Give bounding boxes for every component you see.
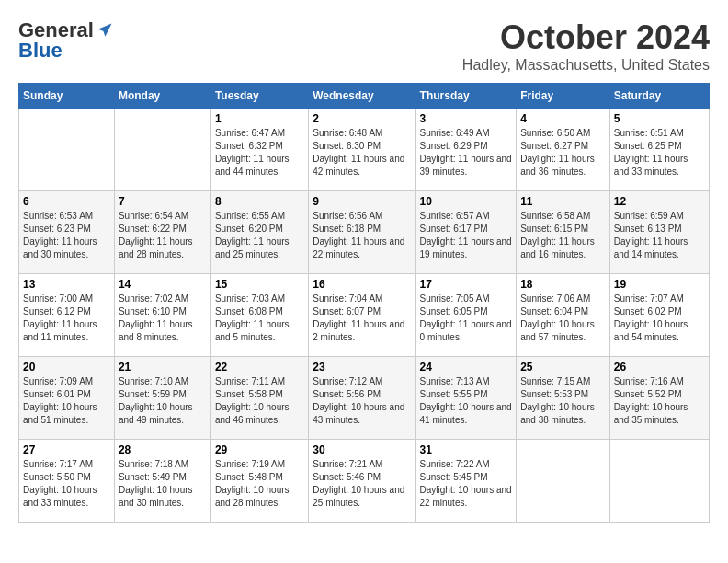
daylight-text: Daylight: 10 hours and 25 minutes.	[313, 484, 411, 510]
day-cell: 29Sunrise: 7:19 AMSunset: 5:48 PMDayligh…	[210, 440, 308, 523]
daylight-text: Daylight: 10 hours and 49 minutes.	[119, 401, 207, 427]
day-cell: 15Sunrise: 7:03 AMSunset: 6:08 PMDayligh…	[210, 274, 308, 357]
day-number: 14	[119, 278, 207, 291]
sunrise-text: Sunrise: 7:21 AM	[313, 458, 411, 471]
sunrise-text: Sunrise: 7:12 AM	[313, 375, 411, 388]
day-detail: Sunrise: 7:21 AMSunset: 5:46 PMDaylight:…	[313, 458, 411, 510]
day-cell: 14Sunrise: 7:02 AMSunset: 6:10 PMDayligh…	[114, 274, 210, 357]
day-cell	[114, 109, 210, 191]
day-cell: 2Sunrise: 6:48 AMSunset: 6:30 PMDaylight…	[309, 109, 415, 191]
day-detail: Sunrise: 7:03 AMSunset: 6:08 PMDaylight:…	[215, 293, 304, 344]
day-cell: 5Sunrise: 6:51 AMSunset: 6:25 PMDaylight…	[609, 109, 709, 191]
day-cell: 6Sunrise: 6:53 AMSunset: 6:23 PMDaylight…	[19, 191, 115, 274]
location-title: Hadley, Massachusetts, United States	[462, 57, 710, 74]
sunrise-text: Sunrise: 6:54 AM	[119, 210, 207, 223]
day-cell: 20Sunrise: 7:09 AMSunset: 6:01 PMDayligh…	[19, 357, 115, 440]
day-number: 23	[313, 361, 411, 373]
daylight-text: Daylight: 11 hours and 5 minutes.	[215, 318, 304, 344]
sunrise-text: Sunrise: 7:09 AM	[23, 375, 110, 388]
sunrise-text: Sunrise: 7:04 AM	[313, 293, 411, 305]
day-cell: 31Sunrise: 7:22 AMSunset: 5:45 PMDayligh…	[415, 440, 517, 523]
sunset-text: Sunset: 6:27 PM	[520, 140, 606, 153]
sunset-text: Sunset: 6:12 PM	[23, 305, 110, 318]
sunset-text: Sunset: 6:02 PM	[614, 305, 705, 318]
sunset-text: Sunset: 6:15 PM	[520, 223, 606, 236]
sunrise-text: Sunrise: 7:00 AM	[23, 293, 110, 305]
day-number: 9	[313, 195, 411, 208]
sunset-text: Sunset: 6:05 PM	[420, 305, 513, 318]
day-cell	[19, 109, 115, 191]
weekday-header-tuesday: Tuesday	[210, 84, 308, 109]
sunrise-text: Sunrise: 7:10 AM	[119, 375, 207, 388]
sunset-text: Sunset: 6:18 PM	[313, 223, 411, 236]
calendar-table: SundayMondayTuesdayWednesdayThursdayFrid…	[18, 83, 710, 523]
daylight-text: Daylight: 11 hours and 0 minutes.	[420, 318, 513, 344]
day-number: 17	[420, 278, 513, 291]
sunrise-text: Sunrise: 7:11 AM	[215, 375, 304, 388]
day-cell: 22Sunrise: 7:11 AMSunset: 5:58 PMDayligh…	[210, 357, 308, 440]
sunset-text: Sunset: 6:32 PM	[215, 140, 304, 153]
sunset-text: Sunset: 6:13 PM	[614, 223, 705, 236]
day-detail: Sunrise: 7:17 AMSunset: 5:50 PMDaylight:…	[23, 458, 110, 510]
day-number: 15	[215, 278, 304, 291]
daylight-text: Daylight: 11 hours and 39 minutes.	[420, 153, 513, 178]
day-cell: 16Sunrise: 7:04 AMSunset: 6:07 PMDayligh…	[309, 274, 415, 357]
day-number: 12	[614, 195, 705, 208]
day-detail: Sunrise: 6:59 AMSunset: 6:13 PMDaylight:…	[614, 210, 705, 261]
sunrise-text: Sunrise: 7:03 AM	[215, 293, 304, 305]
header: General Blue October 2024 Hadley, Massac…	[18, 18, 710, 74]
sunrise-text: Sunrise: 7:07 AM	[614, 293, 705, 305]
sunrise-text: Sunrise: 7:15 AM	[520, 375, 606, 388]
day-detail: Sunrise: 6:55 AMSunset: 6:20 PMDaylight:…	[215, 210, 304, 261]
sunset-text: Sunset: 6:30 PM	[313, 140, 411, 153]
day-cell	[517, 440, 610, 523]
sunrise-text: Sunrise: 6:53 AM	[23, 210, 110, 223]
day-number: 29	[215, 443, 304, 456]
daylight-text: Daylight: 10 hours and 33 minutes.	[23, 484, 110, 510]
weekday-header-friday: Friday	[517, 84, 610, 109]
daylight-text: Daylight: 11 hours and 30 minutes.	[23, 236, 110, 261]
day-detail: Sunrise: 7:11 AMSunset: 5:58 PMDaylight:…	[215, 375, 304, 427]
day-cell: 4Sunrise: 6:50 AMSunset: 6:27 PMDaylight…	[517, 109, 610, 191]
day-cell: 13Sunrise: 7:00 AMSunset: 6:12 PMDayligh…	[19, 274, 115, 357]
day-detail: Sunrise: 6:53 AMSunset: 6:23 PMDaylight:…	[23, 210, 110, 261]
week-row-4: 27Sunrise: 7:17 AMSunset: 5:50 PMDayligh…	[19, 440, 710, 523]
daylight-text: Daylight: 11 hours and 16 minutes.	[520, 236, 606, 261]
daylight-text: Daylight: 10 hours and 54 minutes.	[614, 318, 705, 344]
day-detail: Sunrise: 7:07 AMSunset: 6:02 PMDaylight:…	[614, 293, 705, 344]
sunset-text: Sunset: 5:50 PM	[23, 471, 110, 484]
sunrise-text: Sunrise: 7:05 AM	[420, 293, 513, 305]
day-number: 19	[614, 278, 705, 291]
day-detail: Sunrise: 7:06 AMSunset: 6:04 PMDaylight:…	[520, 293, 606, 344]
day-number: 7	[119, 195, 207, 208]
sunset-text: Sunset: 5:53 PM	[520, 388, 606, 401]
day-detail: Sunrise: 7:18 AMSunset: 5:49 PMDaylight:…	[119, 458, 207, 510]
day-number: 28	[119, 443, 207, 456]
sunrise-text: Sunrise: 6:56 AM	[313, 210, 411, 223]
day-cell: 10Sunrise: 6:57 AMSunset: 6:17 PMDayligh…	[415, 191, 517, 274]
sunset-text: Sunset: 5:45 PM	[420, 471, 513, 484]
day-detail: Sunrise: 7:09 AMSunset: 6:01 PMDaylight:…	[23, 375, 110, 427]
daylight-text: Daylight: 10 hours and 35 minutes.	[614, 401, 705, 427]
day-cell: 24Sunrise: 7:13 AMSunset: 5:55 PMDayligh…	[415, 357, 517, 440]
day-cell: 25Sunrise: 7:15 AMSunset: 5:53 PMDayligh…	[517, 357, 610, 440]
logo-bird-icon	[96, 21, 114, 40]
daylight-text: Daylight: 11 hours and 11 minutes.	[23, 318, 110, 344]
month-title: October 2024	[462, 18, 710, 57]
sunset-text: Sunset: 6:10 PM	[119, 305, 207, 318]
week-row-0: 1Sunrise: 6:47 AMSunset: 6:32 PMDaylight…	[19, 109, 710, 191]
day-detail: Sunrise: 6:54 AMSunset: 6:22 PMDaylight:…	[119, 210, 207, 261]
title-section: October 2024 Hadley, Massachusetts, Unit…	[462, 18, 710, 74]
logo: General Blue	[18, 18, 114, 63]
sunrise-text: Sunrise: 7:17 AM	[23, 458, 110, 471]
daylight-text: Daylight: 11 hours and 19 minutes.	[420, 236, 513, 261]
day-cell: 3Sunrise: 6:49 AMSunset: 6:29 PMDaylight…	[415, 109, 517, 191]
day-cell: 30Sunrise: 7:21 AMSunset: 5:46 PMDayligh…	[309, 440, 415, 523]
week-row-2: 13Sunrise: 7:00 AMSunset: 6:12 PMDayligh…	[19, 274, 710, 357]
sunrise-text: Sunrise: 6:49 AM	[420, 127, 513, 140]
day-detail: Sunrise: 7:02 AMSunset: 6:10 PMDaylight:…	[119, 293, 207, 344]
day-detail: Sunrise: 7:00 AMSunset: 6:12 PMDaylight:…	[23, 293, 110, 344]
daylight-text: Daylight: 10 hours and 51 minutes.	[23, 401, 110, 427]
sunset-text: Sunset: 5:52 PM	[614, 388, 705, 401]
day-detail: Sunrise: 7:05 AMSunset: 6:05 PMDaylight:…	[420, 293, 513, 344]
